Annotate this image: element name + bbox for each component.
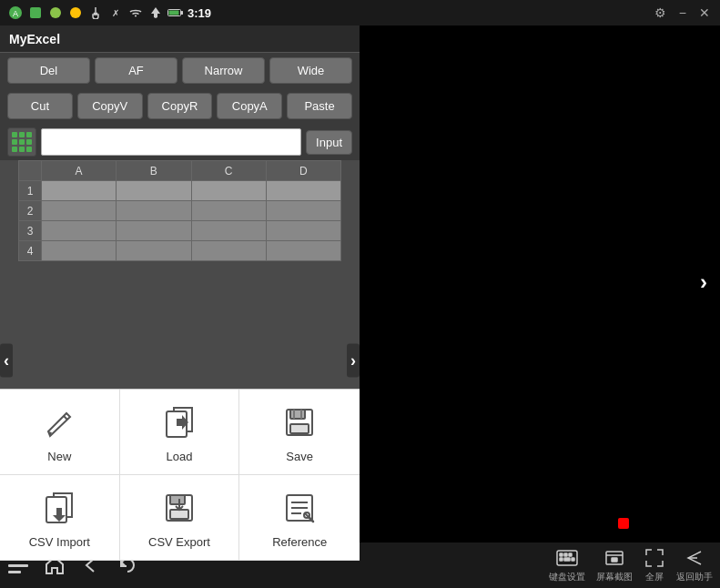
cell-a1[interactable] <box>42 181 117 201</box>
bottom-menu: New Load <box>0 389 360 561</box>
cell-b4[interactable] <box>117 241 191 261</box>
menu-label-load: Load <box>167 450 193 463</box>
button-row-1: Del AF Narrow Wide <box>0 53 360 88</box>
system-bar-controls: ⚙ − ✕ <box>652 5 713 20</box>
svg-text:A: A <box>13 9 18 18</box>
svg-rect-7 <box>169 11 179 15</box>
system-bar-left: A ✗ 3:19 <box>7 5 211 21</box>
cell-c4[interactable] <box>191 241 266 261</box>
paste-button[interactable]: Paste <box>287 93 352 119</box>
dot <box>12 139 17 145</box>
af-button[interactable]: AF <box>95 57 177 84</box>
cell-b2[interactable] <box>117 201 191 221</box>
cell-b1[interactable] <box>117 181 191 201</box>
copyr-button[interactable]: CopyR <box>147 93 213 119</box>
new-icon <box>37 400 81 444</box>
copyv-button[interactable]: CopyV <box>77 93 143 119</box>
svg-point-4 <box>70 7 81 18</box>
cell-a4[interactable] <box>42 241 117 261</box>
table-row: 2 <box>19 201 341 221</box>
dot <box>12 147 17 152</box>
taskbar-right: 键盘设置 屏幕截图 全屏 <box>549 547 713 583</box>
cell-b3[interactable] <box>117 221 191 241</box>
keyboard-settings-btn[interactable]: 键盘设置 <box>549 547 585 583</box>
return-btn[interactable]: 返回助手 <box>676 547 713 583</box>
cell-d3[interactable] <box>266 221 340 241</box>
right-nav-arrow[interactable]: › <box>700 269 707 295</box>
svg-rect-28 <box>564 553 567 556</box>
system-bar: A ✗ 3:19 ⚙ − ✕ <box>0 0 720 25</box>
svg-rect-32 <box>572 558 574 561</box>
csv-import-icon <box>37 486 81 530</box>
usb-icon <box>87 5 104 21</box>
menu-item-new[interactable]: New <box>0 390 120 475</box>
screenshot-btn[interactable]: 屏幕截图 <box>596 547 633 583</box>
nav-left-arrow[interactable]: ‹ <box>0 344 13 378</box>
copya-button[interactable]: CopyA <box>217 93 282 119</box>
keyboard-label: 键盘设置 <box>549 571 585 583</box>
screenshot-icon <box>603 547 625 569</box>
del-button[interactable]: Del <box>7 57 90 84</box>
minimize-btn[interactable]: − <box>676 5 689 20</box>
wide-button[interactable]: Wide <box>269 57 352 84</box>
dot <box>12 132 17 137</box>
row-header-1: 1 <box>19 181 42 201</box>
table-row: 4 <box>19 241 341 261</box>
menu-label-csv-import: CSV Import <box>29 535 90 549</box>
input-button[interactable]: Input <box>306 130 352 155</box>
row-header-4: 4 <box>19 241 42 261</box>
close-btn[interactable]: ✕ <box>696 5 713 20</box>
fullscreen-btn[interactable]: 全屏 <box>644 547 665 583</box>
narrow-button[interactable]: Narrow <box>182 57 265 84</box>
svg-rect-16 <box>170 495 185 504</box>
svg-rect-34 <box>612 558 617 562</box>
menu-item-csv-import[interactable]: CSV Import <box>0 475 120 561</box>
red-dot-indicator <box>618 518 629 529</box>
cut-button[interactable]: Cut <box>7 93 73 119</box>
dot <box>26 132 32 137</box>
menu-item-reference[interactable]: Reference <box>239 475 360 561</box>
sheet-table: A B C D 1 2 <box>18 160 341 261</box>
icon3 <box>67 5 84 21</box>
menu-label-new: New <box>47 450 71 463</box>
cell-c3[interactable] <box>191 221 266 241</box>
svg-rect-2 <box>30 7 41 18</box>
settings-icon[interactable]: ⚙ <box>652 5 669 20</box>
menu-label-save: Save <box>286 450 313 463</box>
table-row: 3 <box>19 221 341 241</box>
cell-c1[interactable] <box>191 181 266 201</box>
nav-right-arrow[interactable]: › <box>347 344 360 378</box>
grid-icon-button[interactable] <box>7 127 36 157</box>
keyboard-icon <box>556 547 578 569</box>
cell-c2[interactable] <box>191 201 266 221</box>
svg-point-3 <box>50 7 61 18</box>
menu-item-csv-export[interactable]: CSV Export <box>120 475 240 561</box>
cell-a2[interactable] <box>42 201 117 221</box>
dot <box>19 139 25 145</box>
dot <box>19 132 25 137</box>
grid-dots <box>12 132 32 152</box>
screenshot-label: 屏幕截图 <box>596 571 633 583</box>
menu-item-load[interactable]: Load <box>120 390 240 475</box>
cell-d2[interactable] <box>266 201 340 221</box>
app-area: MyExcel Del AF Narrow Wide Cut CopyV Cop… <box>0 25 360 561</box>
cell-a3[interactable] <box>42 221 117 241</box>
svg-rect-10 <box>290 410 305 419</box>
signal-off-icon: ✗ <box>107 5 124 21</box>
svg-rect-30 <box>560 558 563 561</box>
dot <box>26 139 32 145</box>
icon1 <box>27 5 44 21</box>
cell-d1[interactable] <box>266 181 340 201</box>
row-header-3: 3 <box>19 221 42 241</box>
input-row: Input <box>0 124 360 160</box>
cell-input[interactable] <box>41 128 301 156</box>
svg-rect-31 <box>564 558 570 561</box>
menu-item-save[interactable]: Save <box>239 390 360 475</box>
cell-d4[interactable] <box>266 241 340 261</box>
system-time: 3:19 <box>188 6 211 20</box>
app-title: MyExcel <box>9 32 60 46</box>
menu-label-reference: Reference <box>272 535 327 549</box>
fullscreen-icon <box>644 547 665 569</box>
col-header-a: A <box>42 161 117 181</box>
return-icon <box>684 547 705 569</box>
